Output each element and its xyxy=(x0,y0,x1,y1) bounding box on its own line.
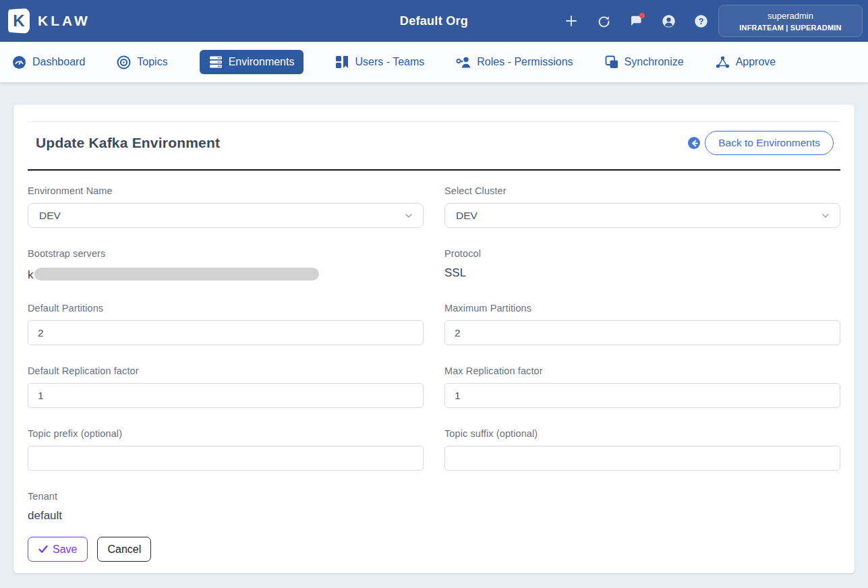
default-replication-factor-label: Default Replication factor xyxy=(28,365,424,376)
select-cluster-label: Select Cluster xyxy=(444,185,840,196)
refresh-button[interactable] xyxy=(596,13,612,29)
team-grid-icon xyxy=(335,55,349,69)
add-button[interactable] xyxy=(563,13,579,29)
nav-item-environments[interactable]: Environments xyxy=(200,50,304,74)
help-icon: ? xyxy=(694,14,708,28)
protocol-label: Protocol xyxy=(444,248,840,259)
protocol-value: SSL xyxy=(444,266,840,281)
page-title: Update Kafka Environment xyxy=(36,135,220,151)
nav-item-users-teams[interactable]: Users - Teams xyxy=(335,55,424,69)
hub-icon xyxy=(716,55,730,69)
main-nav: Dashboard Topics Environments Use xyxy=(0,42,868,82)
environment-name-value: DEV xyxy=(39,210,61,222)
nav-item-dashboard[interactable]: Dashboard xyxy=(12,55,85,69)
redaction-overlay xyxy=(34,268,319,281)
select-cluster-select[interactable]: DEV xyxy=(444,203,840,228)
field-environment-name: Environment Name DEV xyxy=(28,185,424,228)
nav-label: Users - Teams xyxy=(355,56,424,68)
arrow-left-icon xyxy=(691,140,698,147)
card-header: Update Kafka Environment Back to Environ… xyxy=(28,105,840,155)
klaw-logo-letter: K xyxy=(13,11,24,30)
max-replication-factor-label: Max Replication factor xyxy=(444,365,840,376)
nav-label: Dashboard xyxy=(32,56,85,68)
team-role: INFRATEAM | SUPERADMIN xyxy=(739,24,842,32)
account-button[interactable] xyxy=(660,13,676,29)
field-maximum-partitions: Maximum Partitions xyxy=(444,303,840,345)
nav-item-synchronize[interactable]: Synchronize xyxy=(605,55,684,69)
brand-name: KLAW xyxy=(38,13,90,29)
field-default-partitions: Default Partitions xyxy=(28,303,424,345)
bootstrap-servers-value: k xyxy=(28,266,424,283)
svg-text:?: ? xyxy=(698,17,703,26)
help-button[interactable]: ? xyxy=(693,13,709,29)
topbar-actions: ? xyxy=(563,13,709,29)
field-max-replication-factor: Max Replication factor xyxy=(444,365,840,408)
field-topic-suffix: Topic suffix (optional) xyxy=(444,428,840,471)
topic-suffix-label: Topic suffix (optional) xyxy=(444,428,840,439)
topic-prefix-input[interactable] xyxy=(28,446,424,471)
field-protocol: Protocol SSL xyxy=(444,248,840,283)
default-replication-factor-input[interactable] xyxy=(28,383,424,408)
tenant-value: default xyxy=(28,508,424,523)
topic-suffix-input[interactable] xyxy=(444,446,840,471)
environment-form: Environment Name DEV Select Cluster DEV xyxy=(28,171,840,523)
nav-item-approve[interactable]: Approve xyxy=(716,55,776,69)
field-select-cluster: Select Cluster DEV xyxy=(444,185,840,228)
nav-label: Synchronize xyxy=(625,56,684,68)
nav-label: Approve xyxy=(736,56,776,68)
back-to-environments-button[interactable]: Back to Environments xyxy=(705,131,834,155)
target-icon xyxy=(117,55,131,69)
notifications-button[interactable] xyxy=(628,13,644,29)
server-stack-icon xyxy=(209,55,223,69)
back-arrow-button[interactable] xyxy=(688,137,700,149)
environment-name-label: Environment Name xyxy=(28,185,424,196)
update-environment-card: Update Kafka Environment Back to Environ… xyxy=(13,105,855,573)
save-button-label: Save xyxy=(53,543,77,556)
nav-item-topics[interactable]: Topics xyxy=(117,55,167,69)
nav-item-roles-permissions[interactable]: Roles - Permissions xyxy=(456,55,573,69)
field-topic-prefix: Topic prefix (optional) xyxy=(28,428,424,471)
field-default-replication-factor: Default Replication factor xyxy=(28,365,424,408)
back-control: Back to Environments xyxy=(688,131,834,155)
field-tenant: Tenant default xyxy=(28,491,424,523)
max-replication-factor-input[interactable] xyxy=(444,383,840,408)
nav-label: Roles - Permissions xyxy=(477,56,573,68)
user-circle-icon xyxy=(662,14,676,28)
save-button[interactable]: Save xyxy=(28,537,88,562)
bootstrap-servers-label: Bootstrap servers xyxy=(28,248,424,259)
gauge-icon xyxy=(12,55,26,69)
top-navbar: K KLAW Default Org xyxy=(0,0,868,42)
notification-badge xyxy=(639,13,645,18)
environment-name-select[interactable]: DEV xyxy=(28,203,424,228)
maximum-partitions-label: Maximum Partitions xyxy=(444,303,840,314)
nav-label: Environments xyxy=(229,56,295,68)
select-cluster-value: DEV xyxy=(456,210,478,222)
maximum-partitions-input[interactable] xyxy=(444,320,840,345)
page-background: Update Kafka Environment Back to Environ… xyxy=(0,82,868,588)
cancel-button[interactable]: Cancel xyxy=(97,537,151,562)
field-bootstrap-servers: Bootstrap servers k xyxy=(28,248,424,283)
form-actions: Save Cancel xyxy=(28,537,840,562)
tenant-label: Tenant xyxy=(28,491,424,502)
default-partitions-label: Default Partitions xyxy=(28,303,424,314)
topic-prefix-label: Topic prefix (optional) xyxy=(28,428,424,439)
refresh-icon xyxy=(597,14,611,28)
card-top-divider xyxy=(28,121,840,122)
org-title: Default Org xyxy=(400,14,468,28)
nav-label: Topics xyxy=(137,56,167,68)
default-partitions-input[interactable] xyxy=(28,320,424,345)
plus-icon xyxy=(565,14,578,28)
user-info-chip: superadmin INFRATEAM | SUPERADMIN xyxy=(718,5,863,37)
sync-layers-icon xyxy=(605,55,618,69)
brand-logo[interactable]: K KLAW xyxy=(8,8,90,34)
check-icon xyxy=(38,545,48,554)
key-user-icon xyxy=(456,55,471,69)
klaw-logo-icon: K xyxy=(8,8,30,34)
username: superadmin xyxy=(768,11,813,21)
